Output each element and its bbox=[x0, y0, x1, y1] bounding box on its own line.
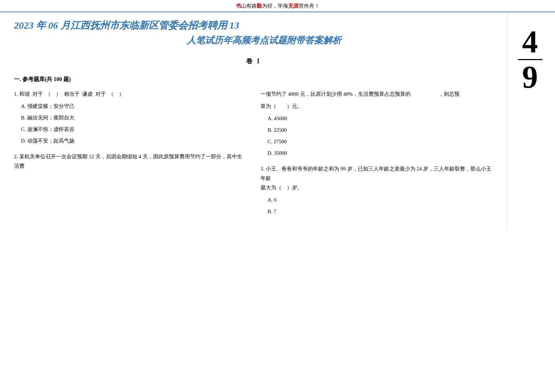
q1-option-a: A. 强硬蛮横；安分守己 bbox=[21, 102, 247, 111]
question-2-right: 一项节约了 4000 元，比原计划少用 40%，生活费预算占总预算的，则总预 算… bbox=[261, 89, 493, 158]
right-sidebar: 4 9 bbox=[507, 12, 553, 230]
q1-option-c: C. 波澜不惊；虚怀若谷 bbox=[21, 125, 247, 134]
q2-option-a: A. 45000 bbox=[268, 114, 493, 123]
fraction-denominator: 9 bbox=[522, 61, 538, 93]
fraction-display: 4 9 bbox=[518, 26, 542, 93]
q3-option-a: A. 6 bbox=[268, 195, 493, 205]
question-1: 1. 和谐 对于 （ ） 相当于 谦虚 对于 （ ） A. 强硬蛮横；安分守己 … bbox=[14, 89, 247, 146]
q1-option-b: B. 融洽无间；夜郎自大 bbox=[21, 113, 247, 123]
q2-text-right-2: 算为（ ）元。 bbox=[261, 102, 493, 111]
section-header: 一. 参考题库(共 100 题) bbox=[14, 76, 493, 83]
q3-text: 3. 小王、爸爸和爷爷的年龄之和为 99 岁，已知三人年龄之差最少为 24 岁，… bbox=[261, 164, 493, 193]
fraction-numerator: 4 bbox=[522, 26, 538, 58]
banner-red-3: 无涯 bbox=[288, 3, 299, 9]
banner-normal-1: 山有路 bbox=[241, 3, 257, 9]
q2-option-b: B. 22500 bbox=[268, 125, 493, 135]
title-sub: 人笔试历年高频考点试题附带答案解析 bbox=[35, 34, 493, 46]
title-section: 2023 年 06 月江西抚州市东临新区管委会招考聘用 13 人笔试历年高频考点… bbox=[14, 19, 493, 46]
banner-normal-3: 苦作舟！ bbox=[299, 3, 320, 9]
banner-normal-2: 为径，学海 bbox=[262, 3, 288, 9]
question-1-text: 1. 和谐 对于 （ ） 相当于 谦虚 对于 （ ） bbox=[14, 89, 247, 99]
q3-option-b: B. 7 bbox=[268, 207, 493, 216]
banner-red-1: 书 bbox=[236, 3, 241, 9]
top-banner: 书山有路勤为径，学海无涯苦作舟！ bbox=[0, 0, 555, 12]
q1-option-d: D. 动荡不安；趾高气扬 bbox=[21, 136, 247, 146]
q2-text-right: 一项节约了 4000 元，比原计划少用 40%，生活费预算占总预算的，则总预 bbox=[261, 89, 493, 99]
q2-option-d: D. 35000 bbox=[268, 148, 493, 158]
left-content: 2023 年 06 月江西抚州市东临新区管委会招考聘用 13 人笔试历年高频考点… bbox=[0, 12, 507, 230]
q1-number: 1. 和谐 对于 （ ） 相当于 谦虚 对于 （ ） bbox=[14, 91, 124, 97]
main-container: 2023 年 06 月江西抚州市东临新区管委会招考聘用 13 人笔试历年高频考点… bbox=[0, 12, 555, 230]
col-right: 一项节约了 4000 元，比原计划少用 40%，生活费预算占总预算的，则总预 算… bbox=[254, 89, 493, 223]
question-3: 3. 小王、爸爸和爷爷的年龄之和为 99 岁，已知三人年龄之差最少为 24 岁，… bbox=[261, 164, 493, 216]
banner-text: 书山有路勤为径，学海无涯苦作舟！ bbox=[236, 3, 320, 9]
question-2-text: 2. 某机关单位召开一次会议预期 12 天，后因会期缩短 4 天，因此原预算费用… bbox=[14, 152, 247, 171]
questions-two-col: 1. 和谐 对于 （ ） 相当于 谦虚 对于 （ ） A. 强硬蛮横；安分守己 … bbox=[14, 89, 493, 223]
question-2: 2. 某机关单位召开一次会议预期 12 天，后因会期缩短 4 天，因此原预算费用… bbox=[14, 152, 247, 171]
title-main: 2023 年 06 月江西抚州市东临新区管委会招考聘用 13 bbox=[14, 19, 493, 32]
banner-red-2: 勤 bbox=[257, 3, 262, 9]
q2-option-c: C. 27500 bbox=[268, 137, 493, 146]
col-left: 1. 和谐 对于 （ ） 相当于 谦虚 对于 （ ） A. 强硬蛮横；安分守己 … bbox=[14, 89, 254, 223]
juan-label: 卷 I bbox=[14, 57, 493, 65]
